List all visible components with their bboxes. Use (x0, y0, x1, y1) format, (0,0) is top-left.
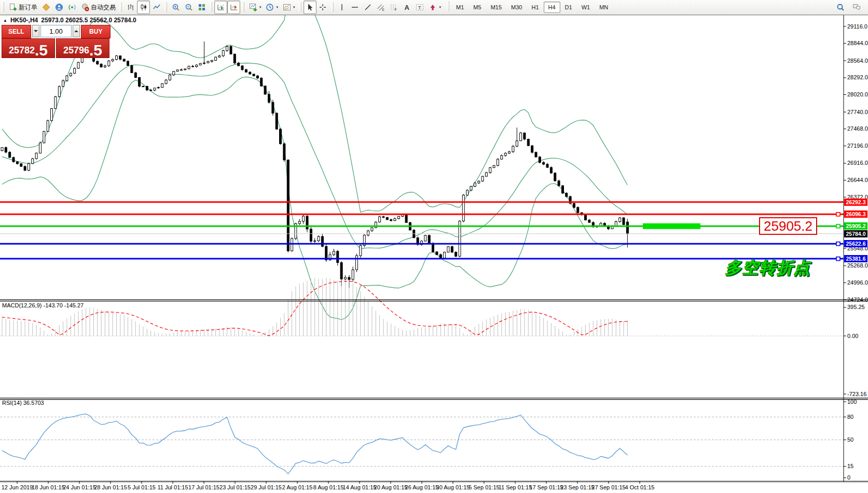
symbol-period-label: HK50-,H4 (10, 17, 38, 24)
text-icon: A (403, 3, 411, 12)
new-order-icon (8, 3, 17, 12)
volume-increase-button[interactable] (73, 25, 80, 37)
buy-price-display[interactable]: 25796.5 (56, 38, 109, 58)
mt4-window: 新订单自动交易▾▾▾EFAT▾ M1M5M15M30H1H4D1W1MN 291… (0, 0, 868, 493)
one-click-trading-panel: SELL BUY 25782.5 25796.5 (2, 25, 111, 58)
tile-windows-icon (197, 3, 206, 12)
auto-scroll-icon (216, 3, 225, 12)
toolbar-separator (119, 3, 122, 12)
crosshair-button[interactable] (316, 1, 329, 14)
price-callout-annotation[interactable]: 25905.2 (759, 217, 817, 235)
triangle-down-icon (34, 30, 38, 34)
templates-button[interactable]: ▾ (280, 1, 297, 14)
collapse-icon[interactable]: ▲ (3, 18, 7, 23)
dropdown-arrow-icon: ▾ (277, 5, 279, 9)
timeframe-m1[interactable]: M1 (451, 2, 469, 13)
dropdown-arrow-icon: ▾ (259, 5, 261, 9)
svg-text:T: T (418, 5, 421, 10)
cursor-icon (306, 3, 314, 12)
toolbar-separator (164, 3, 167, 12)
horizontal-price-lines[interactable] (0, 202, 844, 261)
dropdown-arrow-icon: ▾ (439, 5, 442, 9)
cn-text-annotation[interactable]: 多空转折点 (725, 257, 811, 279)
toolbar: 新订单自动交易▾▾▾EFAT▾ M1M5M15M30H1H4D1W1MN (0, 0, 868, 15)
periods-button[interactable]: ▾ (264, 1, 281, 14)
macd-histogram (2, 278, 627, 336)
auto-scroll-button[interactable] (214, 1, 227, 14)
crosshair-icon (319, 3, 327, 12)
svg-text:A: A (405, 4, 410, 11)
buy-price-main: 25796 (63, 46, 89, 55)
indicators-icon (249, 3, 257, 12)
text-button[interactable]: A (401, 1, 414, 14)
volume-input[interactable] (40, 25, 72, 37)
timeframe-m5[interactable]: M5 (469, 2, 486, 13)
chat-button[interactable] (850, 1, 863, 14)
arrows-button[interactable]: ▾ (426, 1, 444, 14)
signals-button[interactable] (65, 1, 78, 14)
text-label-button[interactable]: T (414, 1, 426, 14)
horizontal-line-button[interactable] (349, 1, 362, 14)
zoom-in-icon (171, 3, 180, 12)
equidistant-channel-button[interactable]: E (375, 1, 388, 14)
arrows-icon (429, 3, 437, 12)
svg-text:F: F (395, 8, 397, 11)
toolbar-separator (210, 3, 212, 12)
fibonacci-button[interactable]: F (388, 1, 401, 14)
timeframe-m15[interactable]: M15 (486, 2, 506, 13)
search-icon (836, 3, 845, 12)
timeframe-w1[interactable]: W1 (577, 2, 595, 13)
zoom-in-button[interactable] (169, 1, 182, 14)
timeframe-d1[interactable]: D1 (560, 2, 577, 13)
bar-chart-icon (126, 3, 135, 12)
search-button[interactable] (834, 1, 847, 14)
mql5-community-button[interactable] (52, 1, 65, 14)
sell-price-display[interactable]: 25782.5 (2, 38, 55, 58)
bar-chart-button[interactable] (124, 1, 137, 14)
triangle-up-icon (74, 28, 78, 32)
candlestick-button[interactable] (137, 1, 150, 14)
dropdown-arrow-icon: ▾ (293, 5, 295, 9)
timeframe-toolbar: M1M5M15M30H1H4D1W1MN (445, 2, 613, 13)
volume-decrease-button[interactable] (32, 25, 39, 37)
rsi-label: RSI(14) 36.5703 (2, 400, 44, 406)
timeframe-m30[interactable]: M30 (506, 2, 527, 13)
toolbar-right (834, 1, 863, 14)
timeframe-h1[interactable]: H1 (527, 2, 543, 13)
tile-windows-button[interactable] (195, 1, 208, 14)
metaeditor-icon (42, 3, 50, 12)
chart-shift-button[interactable] (227, 1, 240, 14)
zoom-out-button[interactable] (182, 1, 195, 14)
toolbar-separator (2, 3, 4, 12)
zoom-out-icon (184, 3, 193, 12)
rsi-line (2, 414, 627, 474)
cursor-button[interactable] (304, 1, 316, 14)
toolbar-separator (331, 3, 334, 12)
chart-canvas[interactable] (0, 15, 868, 493)
chart-window[interactable]: 29116.028844.028564.028292.028020.027740… (0, 15, 868, 493)
trendline-button[interactable] (362, 1, 375, 14)
timeframe-mn[interactable]: MN (595, 2, 613, 13)
buy-price-fraction: .5 (89, 44, 102, 57)
chart-shift-icon (229, 3, 238, 12)
new-order-button[interactable]: 新订单 (6, 1, 39, 14)
ohlc-values: 25973.0 26025.5 25562.0 25784.0 (41, 17, 136, 24)
signals-icon (67, 3, 76, 12)
autotrading-button[interactable]: 自动交易 (78, 1, 118, 14)
indicators-button[interactable]: ▾ (246, 1, 264, 14)
highlight-zone[interactable] (643, 223, 700, 229)
timeframe-h4[interactable]: H4 (544, 2, 560, 13)
templates-icon (282, 3, 291, 12)
sell-button[interactable]: SELL (2, 25, 31, 38)
metaeditor-button[interactable] (39, 1, 52, 14)
periods-icon (266, 3, 274, 12)
label-icon: T (416, 3, 424, 12)
candles (1, 41, 628, 288)
bollinger-bands (2, 15, 627, 320)
line-chart-button[interactable] (150, 1, 163, 14)
buy-button[interactable]: BUY (81, 25, 111, 38)
vertical-line-button[interactable] (336, 1, 349, 14)
channel-icon: E (377, 3, 385, 12)
macd-label: MACD(12,26,9) -143.70 -145.27 (2, 302, 84, 308)
candlestick-icon (139, 3, 148, 12)
